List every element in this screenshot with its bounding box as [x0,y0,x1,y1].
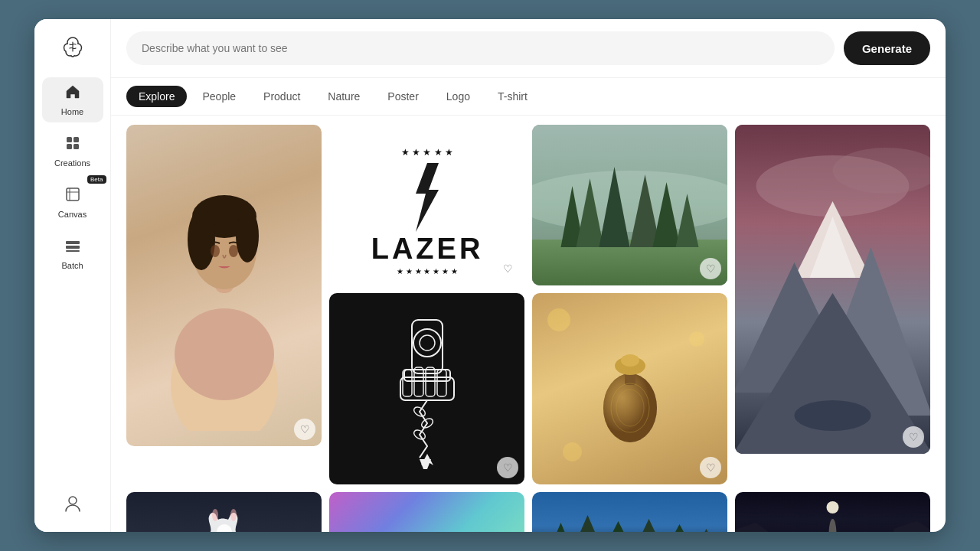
heart-icon-perfume: ♡ [706,461,716,474]
svg-point-49 [413,329,441,357]
gallery-item-night[interactable]: ♡ [735,492,930,532]
gallery-grid: ♡ ★ ★ ★ ★ ★ LAZER ★ [126,125,930,532]
svg-point-12 [175,308,274,400]
heart-icon-lazer: ♡ [503,262,513,275]
svg-point-73 [827,501,839,514]
sidebar-item-creations[interactable]: Creations [42,129,103,174]
home-icon [64,83,81,104]
svg-point-64 [212,509,218,521]
svg-rect-3 [74,144,79,149]
sidebar-home-label: Home [61,107,83,116]
main-content: Generate Explore People Product Nature P… [111,19,946,532]
svg-marker-77 [894,521,931,532]
heart-button-lazer[interactable]: ♡ [497,258,518,279]
creations-icon [64,135,81,155]
app-logo [56,31,90,65]
svg-marker-76 [735,523,772,532]
heart-button-perfume[interactable]: ♡ [700,457,721,478]
svg-rect-0 [67,137,72,142]
gallery-item-dark-logo[interactable]: ♡ [126,492,322,532]
tab-explore[interactable]: Explore [126,86,187,107]
svg-point-74 [829,519,837,532]
svg-point-26 [532,171,727,232]
svg-point-19 [229,245,238,257]
sidebar-canvas-label: Canvas [58,210,87,219]
sidebar-item-batch[interactable]: Batch [42,231,103,276]
tab-product[interactable]: Product [251,86,312,107]
svg-marker-21 [416,163,439,232]
gallery-item-woman[interactable]: ♡ [126,125,322,446]
svg-marker-67 [546,523,577,532]
heart-button-gauntlet[interactable]: ♡ [497,457,518,478]
gallery-item-forest[interactable]: ♡ [532,125,727,285]
gallery-item-lazer-logo[interactable]: ★ ★ ★ ★ ★ LAZER ★ ★ ★ ★ ★ ★ ★ ♡ [329,125,524,285]
gallery-item-perfume[interactable]: ♡ [532,293,727,484]
svg-rect-42 [412,320,443,373]
svg-text:★ ★ ★ ★ ★ ★ ★: ★ ★ ★ ★ ★ ★ ★ [397,267,458,276]
svg-marker-55 [420,459,431,469]
gallery-item-forest2[interactable]: ♡ [532,492,727,532]
heart-icon: ♡ [300,423,310,435]
heart-button-forest[interactable]: ♡ [700,258,721,279]
tab-poster[interactable]: Poster [375,86,430,107]
sidebar-creations-label: Creations [54,158,90,168]
svg-marker-68 [569,515,607,532]
sidebar-batch-label: Batch [61,261,83,270]
sidebar-item-canvas[interactable]: Beta Canvas [42,180,103,225]
heart-button-mountain[interactable]: ♡ [903,426,924,448]
canvas-icon [64,186,81,207]
user-avatar[interactable] [42,487,103,520]
svg-point-18 [211,245,220,257]
search-input[interactable] [126,31,835,65]
tab-people[interactable]: People [190,86,248,107]
gallery: ♡ ★ ★ ★ ★ ★ LAZER ★ [111,116,946,532]
gallery-item-gauntlet[interactable]: ♡ [329,293,524,484]
svg-point-50 [420,335,435,350]
sidebar-item-home[interactable]: Home [42,77,103,122]
svg-rect-4 [67,188,79,201]
svg-text:LAZER: LAZER [371,233,483,265]
svg-point-10 [69,497,77,504]
batch-icon [64,237,81,258]
tab-tshirt[interactable]: T-shirt [485,86,540,107]
heart-icon-mountain: ♡ [909,431,919,443]
gallery-item-mountain[interactable]: ♡ [735,125,930,454]
beta-badge: Beta [87,175,106,184]
svg-point-17 [236,209,259,262]
svg-marker-69 [599,521,638,532]
heart-icon-forest: ♡ [706,262,716,275]
svg-marker-71 [661,524,699,532]
svg-rect-1 [74,137,79,142]
svg-marker-72 [691,529,722,532]
nav-tabs: Explore People Product Nature Poster Log… [111,78,946,116]
svg-marker-70 [630,519,668,532]
gallery-item-gradient[interactable]: ♡ [329,492,524,532]
svg-point-41 [795,400,871,431]
heart-icon-gauntlet: ♡ [503,461,513,474]
header: Generate [111,19,946,78]
svg-rect-9 [66,250,80,252]
svg-rect-2 [67,144,72,149]
generate-button[interactable]: Generate [844,31,930,65]
svg-rect-8 [66,246,80,249]
sidebar: Home Creations Beta [34,19,111,532]
svg-rect-7 [66,241,80,244]
svg-point-16 [188,209,215,270]
app-window: Home Creations Beta [34,19,946,532]
svg-point-60 [621,354,639,367]
svg-point-65 [230,509,237,521]
tab-logo[interactable]: Logo [434,86,482,107]
svg-text:★ ★ ★ ★ ★: ★ ★ ★ ★ ★ [400,147,452,158]
tab-nature[interactable]: Nature [315,86,372,107]
heart-button-woman[interactable]: ♡ [294,419,315,440]
